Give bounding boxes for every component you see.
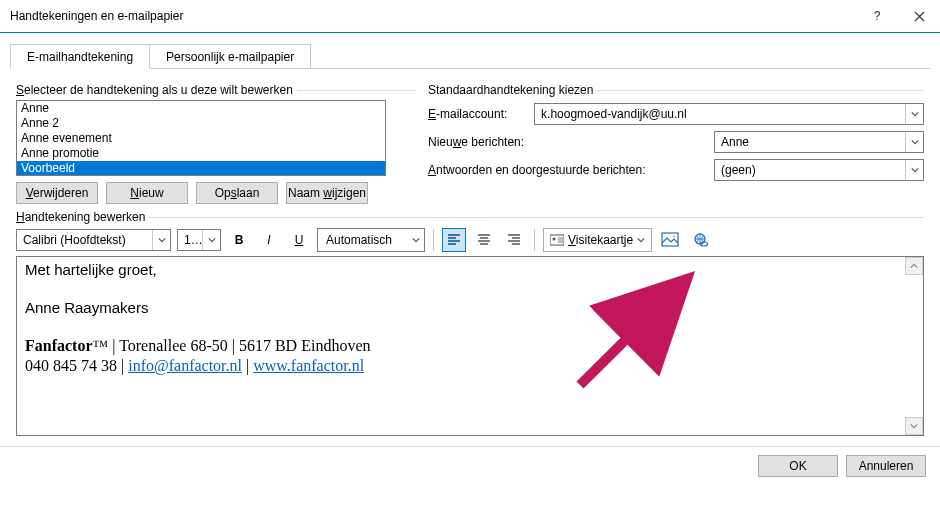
align-left-button[interactable] [442, 228, 466, 252]
business-card-icon [550, 234, 564, 246]
select-signature-label: SSelecteer de handtekening als u deze wi… [16, 83, 293, 97]
scroll-up-button[interactable] [905, 257, 923, 275]
delete-button[interactable]: Verwijderen [16, 182, 98, 204]
business-card-button[interactable]: Visitekaartje [543, 228, 652, 252]
business-card-label: Visitekaartje [568, 233, 633, 247]
font-size-value: 11 [178, 233, 202, 247]
editor-line: Met hartelijke groet, [25, 261, 915, 278]
bold-button[interactable]: B [227, 228, 251, 252]
list-item[interactable]: Anne evenement [17, 131, 385, 146]
new-button[interactable]: Nieuw [106, 182, 188, 204]
replies-combo[interactable]: (geen) [714, 159, 924, 181]
save-button[interactable]: Opslaan [196, 182, 278, 204]
email-link[interactable]: info@fanfactor.nl [128, 357, 242, 374]
cancel-button[interactable]: Annuleren [846, 455, 926, 477]
close-button[interactable] [898, 0, 940, 32]
align-right-icon [507, 234, 521, 246]
font-size-combo[interactable]: 11 [177, 229, 221, 251]
tab-stationery[interactable]: Persoonlijk e-mailpapier [150, 44, 311, 69]
tab-stationery-label: Persoonlijk e-mailpapier [166, 50, 294, 64]
content: SSelecteer de handtekening als u deze wi… [0, 69, 940, 446]
insert-hyperlink-button[interactable] [688, 228, 712, 252]
editor-line: Fanfactor™ | Torenallee 68-50 | 5617 BD … [25, 337, 915, 355]
email-account-value: k.hoogmoed-vandijk@uu.nl [535, 107, 905, 121]
new-messages-combo[interactable]: Anne [714, 131, 924, 153]
editor-line: 040 845 74 38 | info@fanfactor.nl | www.… [25, 357, 915, 375]
italic-button[interactable]: I [257, 228, 281, 252]
svg-point-1 [553, 238, 556, 241]
list-item[interactable]: Anne [17, 101, 385, 116]
underline-button[interactable]: U [287, 228, 311, 252]
edit-signature-label: Handtekening bewerken [16, 210, 145, 224]
toolbar-separator [433, 229, 434, 251]
new-messages-value: Anne [715, 135, 905, 149]
chevron-down-icon [905, 104, 923, 124]
format-toolbar: Calibri (Hoofdtekst) 11 B I U Automatisc… [16, 228, 924, 252]
titlebar: Handtekeningen en e-mailpapier ? [0, 0, 940, 33]
align-center-icon [477, 234, 491, 246]
font-color-combo[interactable]: Automatisch [317, 228, 425, 252]
hyperlink-icon [691, 232, 709, 248]
new-messages-label: Nieuwe berichten: [428, 135, 524, 149]
tab-email-signature-label: E-mailhandtekening [27, 50, 133, 64]
font-color-value: Automatisch [322, 233, 412, 247]
dialog-title: Handtekeningen en e-mailpapier [10, 9, 856, 23]
toolbar-separator [534, 229, 535, 251]
replies-label: Antwoorden en doorgestuurde berichten: [428, 163, 646, 177]
align-left-icon [447, 234, 461, 246]
font-value: Calibri (Hoofdtekst) [17, 233, 152, 247]
right-column: Standaardhandtekening kiezen E-mailaccou… [428, 77, 924, 204]
scroll-down-button[interactable] [905, 417, 923, 435]
font-combo[interactable]: Calibri (Hoofdtekst) [16, 229, 171, 251]
help-button[interactable]: ? [856, 0, 898, 32]
svg-point-3 [673, 235, 676, 238]
dialog-footer: OK Annuleren [0, 446, 940, 485]
chevron-down-icon [905, 132, 923, 152]
list-item-selected[interactable]: Voorbeeld [17, 161, 385, 176]
signature-listbox[interactable]: Anne Anne 2 Anne evenement Anne promotie… [16, 100, 386, 176]
email-account-combo[interactable]: k.hoogmoed-vandijk@uu.nl [534, 103, 924, 125]
rename-button[interactable]: Naam wijzigen [286, 182, 368, 204]
chevron-down-icon [152, 230, 170, 250]
email-account-label: E-mailaccount: [428, 107, 524, 121]
align-center-button[interactable] [472, 228, 496, 252]
default-group-label: Standaardhandtekening kiezen [428, 83, 593, 97]
insert-picture-button[interactable] [658, 228, 682, 252]
ok-button[interactable]: OK [758, 455, 838, 477]
left-column: SSelecteer de handtekening als u deze wi… [16, 77, 416, 204]
svg-rect-2 [662, 233, 678, 246]
tab-strip: E-mailhandtekening Persoonlijk e-mailpap… [10, 43, 930, 69]
signature-editor[interactable]: Met hartelijke groet, Anne Raaymakers Fa… [16, 256, 924, 436]
chevron-down-icon [202, 230, 220, 250]
list-item[interactable]: Anne 2 [17, 116, 385, 131]
tab-email-signature[interactable]: E-mailhandtekening [10, 44, 150, 69]
picture-icon [661, 232, 679, 248]
chevron-down-icon [412, 233, 420, 247]
align-right-button[interactable] [502, 228, 526, 252]
chevron-down-icon [637, 236, 645, 244]
web-link[interactable]: www.fanfactor.nl [253, 357, 364, 374]
chevron-down-icon [905, 160, 923, 180]
editor-line: Anne Raaymakers [25, 299, 915, 316]
replies-value: (geen) [715, 163, 905, 177]
list-item[interactable]: Anne promotie [17, 146, 385, 161]
